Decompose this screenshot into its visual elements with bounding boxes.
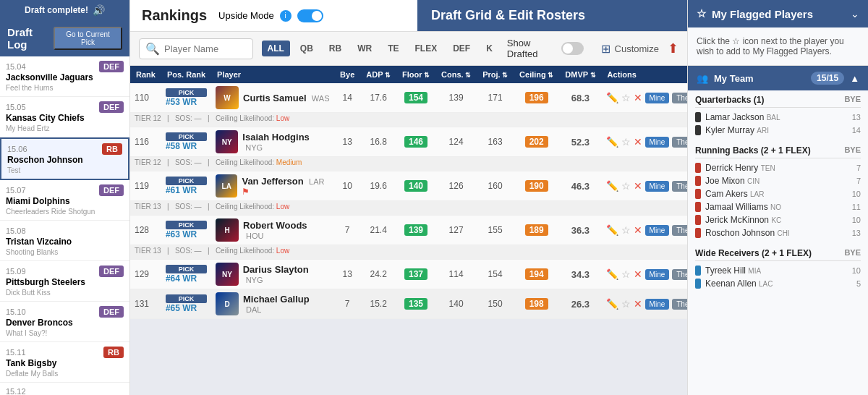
col-header-proj.[interactable]: Proj. [477, 66, 514, 83]
roster-player-name: Roschon Johnson CHI [705, 228, 848, 238]
player-name[interactable]: Isaiah Hodgins [242, 132, 309, 143]
col-header-ceiling[interactable]: Ceiling [514, 66, 559, 83]
position-badge: DEF [99, 306, 124, 318]
position-group-header: Quarterbacks (1) BYE [695, 95, 861, 108]
pos-filter-wr[interactable]: WR [352, 41, 378, 56]
edit-button[interactable]: ✏️ [606, 92, 618, 103]
mine-button[interactable]: Mine [645, 269, 670, 280]
pos-filter-te[interactable]: TE [382, 41, 404, 56]
draft-log-items: 15.04 DEF Jacksonville Jaguars Feel the … [0, 56, 129, 395]
cons-cell: 124 [435, 127, 477, 157]
star-button[interactable]: ☆ [621, 136, 631, 148]
pos-filter-flex[interactable]: FLEX [409, 41, 443, 56]
upside-mode-toggle[interactable] [297, 9, 323, 22]
remove-button[interactable]: ✕ [634, 268, 642, 280]
export-button[interactable]: ⬆ [668, 41, 678, 56]
col-header-cons.[interactable]: Cons. [435, 66, 477, 83]
pick-badge: PICK [166, 177, 207, 185]
player-name[interactable]: Curtis Samuel [243, 93, 306, 103]
star-button[interactable]: ☆ [621, 92, 631, 103]
team-name: Kansas City Chiefs [6, 113, 124, 123]
edit-button[interactable]: ✏️ [606, 136, 618, 148]
draft-log-item[interactable]: 15.06 RB Roschon Johnson Test [0, 137, 129, 180]
speaker-icon[interactable]: 🔊 [93, 4, 105, 16]
pos-filter-k[interactable]: K [480, 41, 498, 56]
draft-log-item[interactable]: 15.05 DEF Kansas City Chiefs My Head Ert… [0, 97, 129, 137]
draft-log-item[interactable]: 15.04 DEF Jacksonville Jaguars Feel the … [0, 56, 129, 97]
actions-cell: ✏️ ☆ ✕ Mine Theirs [602, 83, 687, 113]
col-header-dmvp[interactable]: DMVP [559, 66, 601, 83]
edit-button[interactable]: ✏️ [606, 268, 618, 280]
star-button[interactable]: ☆ [621, 268, 631, 280]
my-team-scroll-up[interactable]: ▲ [850, 73, 859, 84]
mine-button[interactable]: Mine [645, 299, 670, 310]
col-header-floor[interactable]: Floor [396, 66, 435, 83]
customize-button[interactable]: ⊞ Customize [601, 42, 659, 56]
col-header-adp[interactable]: ADP [360, 66, 396, 83]
table-row: 131 PICK #65 WR D Michael Gallup DAL 7 1… [130, 289, 687, 319]
dmvp-cell: 26.3 [559, 289, 601, 319]
star-button[interactable]: ☆ [621, 224, 631, 236]
draft-log-item[interactable]: 15.10 DEF Denver Broncos What I Say?! [0, 302, 129, 342]
roster-player-bye: 13 [852, 229, 861, 237]
pos-filter-def[interactable]: DEF [447, 41, 476, 56]
tier-info: TIER 13 | SOS: — | Ceiling Likelihood: L… [130, 201, 687, 216]
ceiling-value: 198 [525, 298, 548, 310]
my-team-section: 👥 My Team 15/15 ▲ Quarterbacks (1) BYE L… [688, 66, 868, 395]
flagged-panel-chevron[interactable]: ⌄ [851, 8, 859, 20]
draft-grid-section-header[interactable]: Draft Grid & Edit Rosters [420, 0, 687, 31]
pos-filter-all[interactable]: ALL [262, 41, 290, 56]
theirs-button[interactable]: Theirs [672, 137, 687, 148]
pos-filter-rb[interactable]: RB [323, 41, 347, 56]
players-table: RankPos. RankPlayerByeADPFloorCons.Proj.… [130, 66, 687, 319]
remove-button[interactable]: ✕ [634, 136, 642, 148]
pick-number: 15.04 [6, 62, 26, 71]
remove-button[interactable]: ✕ [634, 224, 642, 236]
pos-filter-qb[interactable]: QB [294, 41, 319, 56]
mine-button[interactable]: Mine [645, 225, 670, 236]
draft-log-item[interactable]: 15.12 Leonard [0, 383, 129, 395]
floor-value: 137 [404, 268, 427, 280]
pos-rank-cell: PICK #58 WR [161, 127, 211, 157]
draft-log-item[interactable]: 15.08 K Tristan Vizcaino Shooting Blanks [0, 221, 129, 261]
remove-button[interactable]: ✕ [634, 298, 642, 310]
search-box[interactable]: 🔍 [139, 38, 253, 59]
player-name[interactable]: Robert Woods [243, 220, 307, 231]
theirs-button[interactable]: Theirs [672, 225, 687, 236]
top-header: Rankings Upside Mode i Draft Grid & Edit… [130, 0, 687, 32]
theirs-button[interactable]: Theirs [672, 299, 687, 310]
theirs-button[interactable]: Theirs [672, 93, 687, 103]
pick-badge: PICK [166, 294, 207, 303]
theirs-button[interactable]: Theirs [672, 269, 687, 280]
show-drafted-toggle[interactable] [561, 42, 584, 55]
draft-log-item[interactable]: 15.11 RB Tank Bigsby Deflate My Balls [0, 342, 129, 383]
search-input[interactable] [164, 43, 247, 54]
draft-log-item[interactable]: 15.09 DEF Pittsburgh Steelers Dick Butt … [0, 261, 129, 302]
edit-button[interactable]: ✏️ [606, 298, 618, 310]
star-button[interactable]: ☆ [621, 180, 631, 192]
ceiling-cell: 202 [514, 127, 559, 157]
mine-button[interactable]: Mine [645, 93, 670, 103]
roster-player-bye: 10 [852, 190, 861, 198]
position-badge: RB [102, 143, 122, 155]
pick-badge: PICK [166, 265, 207, 273]
remove-button[interactable]: ✕ [634, 92, 642, 103]
mine-button[interactable]: Mine [645, 137, 670, 148]
edit-button[interactable]: ✏️ [606, 180, 618, 192]
draft-log-item[interactable]: 15.07 DEF Miami Dolphins Cheerleaders Ri… [0, 180, 129, 221]
team-name: Tristan Vizcaino [6, 237, 124, 247]
flagged-players-header: ☆ My Flagged Players ⌄ [688, 0, 868, 27]
team-player-row: Cam Akers LAR 10 [695, 187, 861, 200]
player-name[interactable]: Darius Slayton [243, 264, 309, 275]
theirs-button[interactable]: Theirs [672, 181, 687, 192]
player-name[interactable]: Michael Gallup [243, 294, 310, 305]
adp-cell: 21.4 [360, 216, 396, 245]
mine-button[interactable]: Mine [645, 181, 670, 192]
rank-cell: 128 [130, 216, 161, 245]
player-name[interactable]: Van Jefferson [242, 176, 303, 187]
remove-button[interactable]: ✕ [634, 180, 642, 192]
edit-button[interactable]: ✏️ [606, 224, 618, 236]
ceiling-cell: 194 [514, 260, 559, 289]
go-to-current-button[interactable]: Go to Current Pick [54, 27, 122, 50]
star-button[interactable]: ☆ [621, 298, 631, 310]
